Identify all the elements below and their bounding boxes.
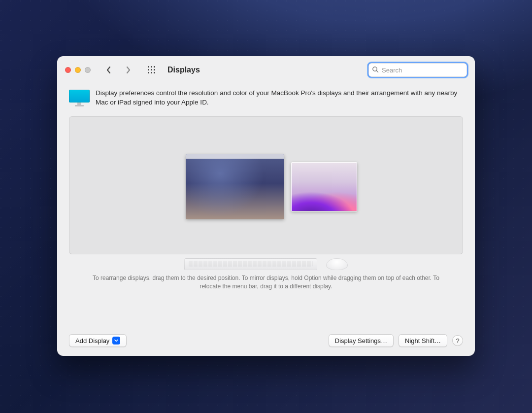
search-icon: [372, 66, 379, 75]
help-button[interactable]: ?: [452, 335, 463, 346]
intro-text: Display preferences control the resoluti…: [96, 89, 463, 107]
minimize-window-button[interactable]: [75, 67, 81, 73]
mouse-icon: [326, 258, 348, 270]
night-shift-label: Night Shift…: [405, 337, 441, 344]
chevron-left-icon: [106, 66, 111, 74]
search-field-wrap: [368, 63, 467, 77]
window-toolbar: Displays: [57, 56, 475, 84]
grid-icon: [147, 66, 156, 74]
svg-rect-3: [148, 69, 149, 70]
menu-bar-indicator[interactable]: [186, 154, 284, 159]
show-all-button[interactable]: [145, 63, 159, 77]
arrangement-hint: To rearrange displays, drag them to the …: [69, 274, 463, 291]
window-traffic-lights: [65, 67, 91, 73]
svg-rect-7: [151, 72, 152, 73]
svg-rect-2: [154, 66, 155, 68]
display-thumbnail-secondary[interactable]: [291, 162, 357, 211]
svg-rect-8: [154, 72, 155, 73]
svg-line-10: [376, 70, 378, 72]
chevron-right-icon: [126, 66, 131, 74]
keyboard-mouse-illustration: [69, 258, 463, 270]
display-thumbnail-primary[interactable]: [186, 154, 284, 219]
svg-rect-5: [154, 69, 155, 70]
wallpaper-thumbnail: [186, 154, 284, 219]
svg-rect-1: [151, 66, 152, 68]
wallpaper-thumbnail: [292, 163, 357, 211]
window-title: Displays: [167, 66, 200, 74]
svg-rect-0: [148, 66, 149, 68]
svg-rect-4: [151, 69, 152, 70]
zoom-window-button[interactable]: [85, 67, 91, 73]
night-shift-button[interactable]: Night Shift…: [399, 334, 447, 347]
intro-row: Display preferences control the resoluti…: [69, 89, 463, 107]
svg-rect-6: [148, 72, 149, 73]
display-settings-button[interactable]: Display Settings…: [329, 334, 394, 347]
footer-bar: Add Display Display Settings… Night Shif…: [69, 326, 463, 347]
search-input[interactable]: [368, 63, 467, 77]
back-button[interactable]: [101, 63, 115, 77]
close-window-button[interactable]: [65, 67, 71, 73]
add-display-label: Add Display: [75, 337, 109, 344]
help-label: ?: [456, 337, 459, 344]
keyboard-icon: [184, 258, 317, 270]
window-body: Display preferences control the resoluti…: [57, 84, 475, 356]
add-display-button[interactable]: Add Display: [69, 334, 127, 347]
display-icon: [69, 90, 90, 106]
displays-preferences-window: Displays Display preferences control the…: [57, 56, 475, 356]
display-settings-label: Display Settings…: [335, 337, 387, 344]
forward-button[interactable]: [121, 63, 135, 77]
chevron-down-icon: [112, 337, 120, 344]
display-arrangement-area[interactable]: [69, 116, 463, 254]
